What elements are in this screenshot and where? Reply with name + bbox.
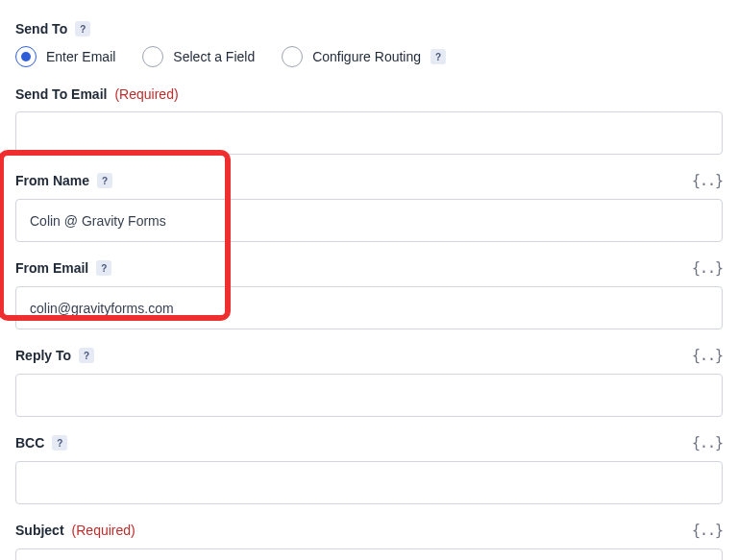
reply-to-group: Reply To ? {..} [15, 347, 723, 417]
radio-configure-routing-label: Configure Routing [312, 49, 421, 64]
required-text: (Required) [114, 86, 178, 102]
bcc-label: BCC [15, 435, 44, 450]
subject-input[interactable] [15, 548, 723, 560]
send-to-email-input[interactable] [15, 111, 723, 155]
merge-tag-icon[interactable]: {..} [692, 347, 723, 364]
bcc-input[interactable] [15, 461, 723, 504]
from-email-label: From Email [15, 260, 88, 276]
reply-to-label: Reply To [15, 348, 71, 363]
merge-tag-icon[interactable]: {..} [692, 259, 723, 277]
send-to-email-label: Send To Email [15, 86, 107, 102]
help-icon[interactable]: ? [75, 21, 90, 37]
radio-enter-email-label: Enter Email [46, 49, 115, 64]
from-name-label: From Name [15, 173, 89, 188]
radio-icon [282, 46, 303, 67]
radio-enter-email[interactable]: Enter Email [15, 46, 115, 67]
required-text: (Required) [72, 523, 135, 538]
radio-select-field[interactable]: Select a Field [142, 46, 255, 67]
help-icon[interactable]: ? [52, 435, 67, 450]
send-to-label: Send To [15, 21, 67, 37]
from-email-group: From Email ? {..} [15, 259, 723, 329]
help-icon[interactable]: ? [430, 49, 446, 64]
send-to-radio-row: Enter Email Select a Field Configure Rou… [15, 46, 723, 67]
from-name-input[interactable] [15, 199, 723, 242]
bcc-group: BCC ? {..} [15, 434, 723, 504]
send-to-email-group: Send To Email (Required) [15, 86, 723, 155]
radio-configure-routing[interactable]: Configure Routing ? [282, 46, 446, 67]
help-icon[interactable]: ? [96, 260, 111, 276]
reply-to-input[interactable] [15, 374, 723, 417]
radio-select-field-label: Select a Field [173, 49, 255, 64]
merge-tag-icon[interactable]: {..} [692, 522, 723, 539]
from-email-input[interactable] [15, 286, 723, 329]
merge-tag-icon[interactable]: {..} [692, 434, 723, 451]
help-icon[interactable]: ? [97, 173, 112, 188]
from-name-group: From Name ? {..} [15, 172, 723, 242]
radio-icon [142, 46, 163, 67]
subject-label: Subject [15, 523, 64, 538]
subject-group: Subject (Required) {..} [15, 522, 723, 560]
radio-icon [15, 46, 37, 67]
merge-tag-icon[interactable]: {..} [692, 172, 723, 189]
help-icon[interactable]: ? [79, 348, 94, 363]
send-to-group: Send To ? Enter Email Select a Field Con… [15, 21, 723, 67]
